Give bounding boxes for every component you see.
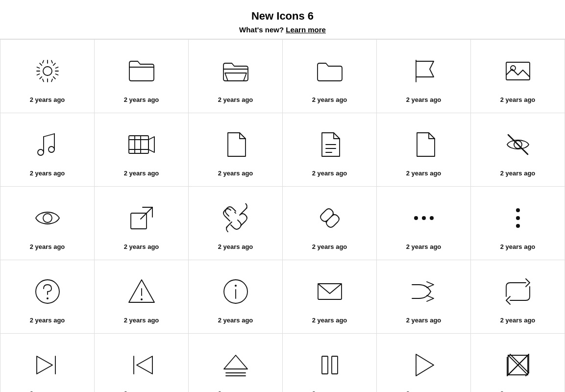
- list-item[interactable]: 2 years ago: [0, 334, 95, 392]
- mail-icon: [313, 274, 347, 309]
- list-item[interactable]: 2 years ago: [95, 113, 189, 187]
- timestamp: 2 years ago: [218, 96, 253, 103]
- list-item[interactable]: 2 years ago: [471, 260, 565, 334]
- list-item[interactable]: 2 years ago: [377, 260, 471, 334]
- flag-icon: [407, 54, 441, 88]
- list-item[interactable]: 2 years ago: [377, 40, 471, 113]
- folder-icon: [313, 54, 347, 88]
- list-item[interactable]: 2 years ago: [95, 187, 189, 260]
- skip-forward-icon: [30, 348, 65, 382]
- timestamp: 2 years ago: [406, 243, 442, 250]
- list-item[interactable]: 2 years ago: [283, 40, 377, 113]
- svg-point-30: [516, 208, 520, 212]
- list-item[interactable]: 2 years ago: [95, 260, 189, 334]
- learn-more-link[interactable]: Learn more: [286, 25, 326, 34]
- list-item[interactable]: 2 years ago: [0, 260, 95, 334]
- link-icon: [313, 201, 347, 235]
- list-item[interactable]: 2 years ago: [283, 187, 377, 260]
- more-vertical-icon: [501, 201, 535, 235]
- list-item[interactable]: 2 years ago: [0, 187, 95, 260]
- video-icon: [124, 127, 159, 162]
- timestamp: 2 years ago: [30, 243, 65, 250]
- list-item[interactable]: 2 years ago: [471, 113, 565, 187]
- list-item[interactable]: 2 years ago: [0, 40, 95, 113]
- svg-point-29: [430, 216, 434, 220]
- list-item[interactable]: 2 years ago: [283, 113, 377, 187]
- help-circle-icon: [30, 274, 65, 309]
- svg-marker-46: [224, 355, 247, 369]
- timestamp: 2 years ago: [312, 317, 347, 324]
- skip-back-icon: [124, 348, 159, 382]
- file-lines-icon: [313, 127, 347, 162]
- timestamp: 2 years ago: [406, 170, 442, 177]
- timestamp: 2 years ago: [500, 317, 536, 324]
- svg-rect-10: [129, 136, 148, 153]
- timestamp: 2 years ago: [406, 390, 442, 392]
- eject-icon: [219, 348, 253, 382]
- timestamp: 2 years ago: [124, 243, 159, 250]
- list-item[interactable]: 2 years ago: [471, 40, 565, 113]
- folder-open-icon: [124, 54, 159, 88]
- timestamp: 2 years ago: [312, 170, 347, 177]
- list-item[interactable]: 2 years ago: [95, 40, 189, 113]
- list-item[interactable]: 2 years ago: [189, 334, 283, 392]
- svg-point-39: [235, 285, 237, 287]
- list-item[interactable]: 2 years ago: [95, 334, 189, 392]
- play-icon: [407, 348, 441, 382]
- list-item[interactable]: 2 years ago: [0, 113, 95, 187]
- timestamp: 2 years ago: [124, 390, 159, 392]
- svg-marker-51: [416, 354, 434, 376]
- svg-marker-42: [37, 356, 52, 374]
- timestamp: 2 years ago: [30, 170, 65, 177]
- list-item[interactable]: 2 years ago: [189, 260, 283, 334]
- list-item[interactable]: 2 years ago: [189, 113, 283, 187]
- list-item[interactable]: 2 years ago: [283, 260, 377, 334]
- timestamp: 2 years ago: [124, 96, 159, 103]
- svg-rect-41: [318, 284, 342, 299]
- info-circle-icon: [219, 274, 253, 309]
- timestamp: 2 years ago: [30, 317, 65, 324]
- subtitle-text: What's new?: [239, 25, 284, 34]
- warning-triangle-icon: [124, 274, 159, 309]
- list-item[interactable]: 2 years ago: [471, 187, 565, 260]
- svg-rect-49: [322, 356, 328, 374]
- svg-line-9: [44, 134, 54, 137]
- icon-grid: 2 years ago 2 years ago 2 years ago: [0, 39, 565, 392]
- timestamp: 2 years ago: [500, 390, 536, 392]
- shuffle-icon: [407, 274, 441, 309]
- timestamp: 2 years ago: [500, 243, 536, 250]
- page-title: New Icons 6: [0, 10, 565, 23]
- timestamp: 2 years ago: [218, 243, 253, 250]
- repeat-icon: [501, 274, 535, 309]
- timestamp: 2 years ago: [500, 170, 536, 177]
- list-item[interactable]: 2 years ago: [471, 334, 565, 392]
- pen-cross-icon: [501, 348, 535, 382]
- timestamp: 2 years ago: [218, 390, 253, 392]
- list-item[interactable]: 2 years ago: [377, 187, 471, 260]
- pause-icon: [313, 348, 347, 382]
- list-item[interactable]: 2 years ago: [189, 187, 283, 260]
- timestamp: 2 years ago: [30, 96, 65, 103]
- list-item[interactable]: 2 years ago: [189, 40, 283, 113]
- svg-point-32: [516, 224, 520, 228]
- gear-icon: [30, 54, 65, 88]
- timestamp: 2 years ago: [500, 96, 536, 103]
- timestamp: 2 years ago: [30, 390, 65, 392]
- list-item[interactable]: 2 years ago: [377, 113, 471, 187]
- svg-line-21: [508, 135, 528, 154]
- timestamp: 2 years ago: [406, 317, 442, 324]
- svg-point-27: [414, 216, 418, 220]
- svg-point-22: [43, 214, 52, 222]
- page-header: New Icons 6 What's new? Learn more: [0, 0, 565, 39]
- svg-line-26: [326, 214, 334, 222]
- svg-line-25: [235, 212, 237, 214]
- timestamp: 2 years ago: [406, 96, 442, 103]
- list-item[interactable]: 2 years ago: [283, 334, 377, 392]
- timestamp: 2 years ago: [218, 170, 253, 177]
- svg-point-6: [49, 147, 54, 152]
- list-item[interactable]: 2 years ago: [377, 334, 471, 392]
- eye-icon: [30, 201, 65, 235]
- svg-point-37: [141, 298, 143, 300]
- file-corner-icon: [219, 127, 253, 162]
- svg-point-5: [38, 149, 44, 155]
